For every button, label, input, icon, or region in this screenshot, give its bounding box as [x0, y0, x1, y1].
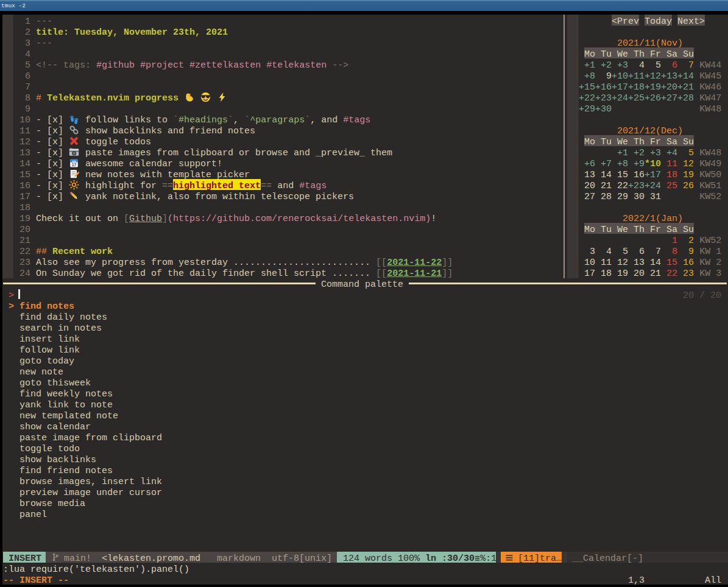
- svg-text:17: 17: [72, 163, 77, 167]
